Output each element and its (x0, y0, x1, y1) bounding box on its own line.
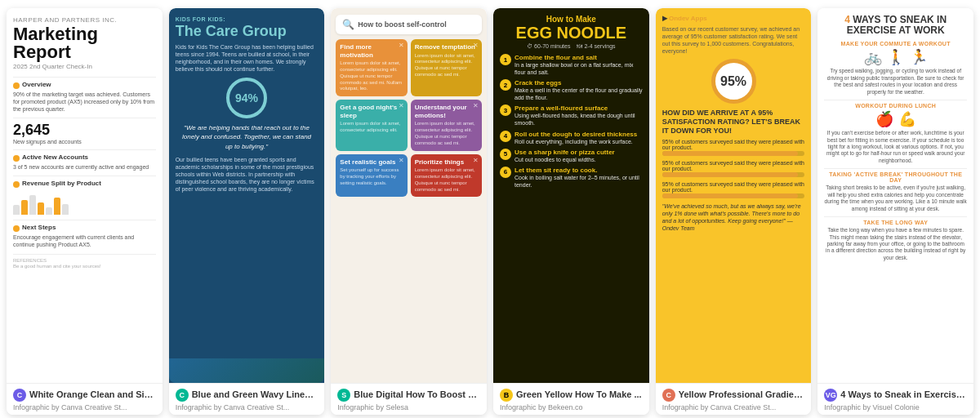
close-icon-3[interactable]: ✕ (473, 102, 479, 109)
c1-stat: 2,645 (13, 122, 156, 139)
card5-image: ▶ Ondev Apps Based on our recent custome… (656, 8, 812, 383)
c6-section-lunch: WORKOUT DURING LUNCH 🍎 💪 If you can't ex… (824, 103, 967, 164)
c3-item-text-5: Lorem ipsum dolor sit amet, consectetur … (415, 167, 478, 193)
bike-icon: 🚲 (864, 48, 882, 66)
card-kids[interactable]: Kids for Kids: The Care Group Kids for K… (169, 8, 325, 415)
c1-accounts-title: Active New Accounts (22, 153, 88, 161)
card-boost[interactable]: 🔍 How to boost self-control ✕ Find more … (331, 8, 487, 415)
card5-source-icon: C (662, 389, 675, 402)
c6-lunch-title: WORKOUT DURING LUNCH (855, 103, 936, 109)
card1-source-icon: C (13, 389, 26, 402)
c2-title: The Care Group (176, 24, 318, 40)
c1-subtitle: 2025 2nd Quarter Check-In (13, 63, 156, 70)
close-icon[interactable]: ✕ (399, 42, 404, 49)
c6-section-commute: MAKE YOUR COMMUTE A WORKOUT 🚲 🚶 🏃 Try sp… (824, 41, 967, 96)
c4-step-1: 1 Combine the flour and saltIn a large s… (500, 54, 643, 76)
c6-lunch-icons: 🍎 💪 (875, 110, 916, 128)
c3-item-title-4: Set realistic goals (340, 158, 403, 167)
c4-step-5: 5 Use a sharp knife or pizza cutterCut o… (500, 149, 643, 163)
c2-percentage: 94% (226, 78, 267, 118)
c1-nextsteps-title: Next Steps (22, 224, 56, 231)
card2-image: Kids for Kids: The Care Group Kids for K… (169, 8, 325, 383)
c5-bar-1: 95% of customers surveyed said they were… (662, 139, 805, 156)
c6-section-longway: TAKE THE LONG WAY Take the long way when… (824, 220, 967, 261)
c6-lunch-text: If you can't exercise before or after wo… (824, 130, 967, 164)
c3-item-sleep[interactable]: ✕ Remove temptation Lorem ipsum dolor si… (411, 39, 482, 96)
close-icon-5[interactable]: ✕ (473, 157, 479, 164)
c4-steps: 1 Combine the flour and saltIn a large s… (500, 54, 643, 189)
card-egg-noodle[interactable]: How to Make EGG NOODLE ⏱ 60-70 minutes 🍽… (493, 8, 649, 415)
c6-break-text: Taking short breaks to be active, even i… (824, 185, 967, 212)
card4-source-icon: B (500, 389, 513, 402)
card6-footer: VG 4 Ways to Sneak in Exercise ... Infog… (817, 383, 973, 415)
c5-logo: ▶ Ondev Apps (662, 15, 805, 22)
c6-break-title: TAKING 'ACTIVE BREAK' THROUGHOUT THE DAY (824, 171, 967, 183)
c2-body1: Kids for Kids The Care Group has been he… (176, 43, 318, 73)
c3-item-prioritize[interactable]: ✕ Prioritize things Lorem ipsum dolor si… (411, 154, 482, 198)
c6-commute-text: Try speed walking, jogging, or cycling t… (824, 68, 967, 96)
c4-step-6: 6 Let them sit ready to cook.Cook in boi… (500, 167, 643, 189)
walk-icon: 🚶 (887, 48, 905, 66)
c6-divider-1 (824, 100, 967, 100)
gallery-container: HARPER AND PARTNERS INC. Marketing Repor… (0, 0, 980, 418)
card2-source-icon: C (176, 389, 189, 402)
c3-item-title-0: Find more motivation (340, 43, 403, 59)
c3-item-text-4: Set yourself up for success by tracking … (340, 167, 403, 186)
card-professional[interactable]: ▶ Ondev Apps Based on our recent custome… (656, 8, 812, 415)
c3-item-title-3: Understand your emotions! (415, 104, 478, 119)
c6-longway-text: Take the long way when you have a few mi… (824, 227, 967, 261)
dumbbell-icon: 💪 (898, 110, 916, 128)
card4-image: How to Make EGG NOODLE ⏱ 60-70 minutes 🍽… (493, 8, 649, 383)
c2-quote: "We are helping hands that reach out to … (176, 123, 318, 151)
c5-gauge: 95% (662, 59, 805, 104)
card-exercise[interactable]: 4 WAYS TO SNEAK IN EXERCISE AT WORK MAKE… (817, 8, 973, 415)
card1-footer: C White Orange Clean and Sim... Infograp… (7, 383, 163, 415)
c1-overview-title: Overview (22, 81, 51, 88)
c3-item-title-1: Remove temptation (415, 43, 478, 51)
c4-servings: 🍽 2-4 servings (577, 43, 615, 49)
close-icon-2[interactable]: ✕ (399, 102, 404, 109)
c3-search-bar[interactable]: 🔍 How to boost self-control (336, 15, 482, 34)
c1-accounts-text: 3 of 5 new accounts are currently active… (13, 163, 156, 171)
card3-image: 🔍 How to boost self-control ✕ Find more … (331, 8, 487, 383)
c1-bar-chart (13, 190, 156, 215)
c1-overview-text: 90% of the marketing target was achieved… (13, 91, 156, 113)
card4-footer: B Green Yellow How To Make ... Infograph… (493, 383, 649, 415)
c5-question: HOW DID WE ARRIVE AT A 95% SATISFACTION … (662, 109, 805, 135)
c6-commute-icons: 🚲 🚶 🏃 (864, 48, 928, 66)
c3-item-goals[interactable]: ✕ Set realistic goals Set yourself up fo… (336, 154, 407, 198)
search-icon: 🔍 (342, 19, 354, 30)
c3-item-goodsleep[interactable]: ✕ Get a good night's sleep Lorem ipsum d… (336, 100, 407, 150)
card3-subtitle-label: Infographic by Selesa (337, 403, 480, 411)
c3-search-text: How to boost self-control (358, 20, 447, 29)
c4-step-3: 3 Prepare a well-floured surfaceUsing we… (500, 104, 643, 127)
c3-item-text-1: Lorem ipsum dolor sit amet, consectetur … (415, 53, 478, 78)
card4-title-label: Green Yellow How To Make ... (516, 389, 642, 400)
card1-subtitle-label: Infographic by Canva Creative St... (13, 403, 156, 411)
card-marketing-report[interactable]: HARPER AND PARTNERS INC. Marketing Repor… (7, 8, 163, 415)
card1-title-label: White Orange Clean and Sim... (29, 389, 156, 400)
c4-step-2: 2 Crack the eggsMake a well in the cente… (500, 79, 643, 101)
c3-item-emotions[interactable]: ✕ Understand your emotions! Lorem ipsum … (411, 100, 482, 150)
c6-commute-title: MAKE YOUR COMMUTE A WORKOUT (841, 41, 951, 47)
card6-source-icon: VG (824, 389, 837, 402)
close-icon-1[interactable]: ✕ (473, 42, 479, 49)
card2-subtitle-label: Infographic by Canva Creative St... (176, 403, 318, 411)
c1-stat-label: New signups and accounts (13, 139, 156, 145)
c1-revenue-title: Revenue Split by Product (22, 180, 101, 187)
close-icon-4[interactable]: ✕ (399, 157, 404, 164)
c2-body2: Our bullied teens have been granted spor… (176, 156, 318, 193)
c1-nextsteps-text: Encourage engagement with current client… (13, 233, 156, 248)
c6-divider-3 (824, 216, 967, 217)
c4-main-title: EGG NOODLE (500, 24, 643, 41)
c1-footer-note: REFERENCESBe a good human and cite your … (13, 258, 156, 271)
card6-title-label: 4 Ways to Sneak in Exercise ... (840, 389, 967, 400)
c5-percentage: 95% (711, 59, 756, 104)
c3-item-text-3: Lorem ipsum dolor sit amet, consectetur … (415, 121, 478, 146)
c2-tag: Kids for Kids: (176, 16, 318, 22)
cards-row: HARPER AND PARTNERS INC. Marketing Repor… (0, 0, 980, 418)
c6-section-break: TAKING 'ACTIVE BREAK' THROUGHOUT THE DAY… (824, 171, 967, 212)
c1-company: HARPER AND PARTNERS INC. (13, 16, 156, 24)
c6-divider-2 (824, 168, 967, 169)
c3-item-motivation[interactable]: ✕ Find more motivation Lorem ipsum dolor… (336, 39, 407, 96)
